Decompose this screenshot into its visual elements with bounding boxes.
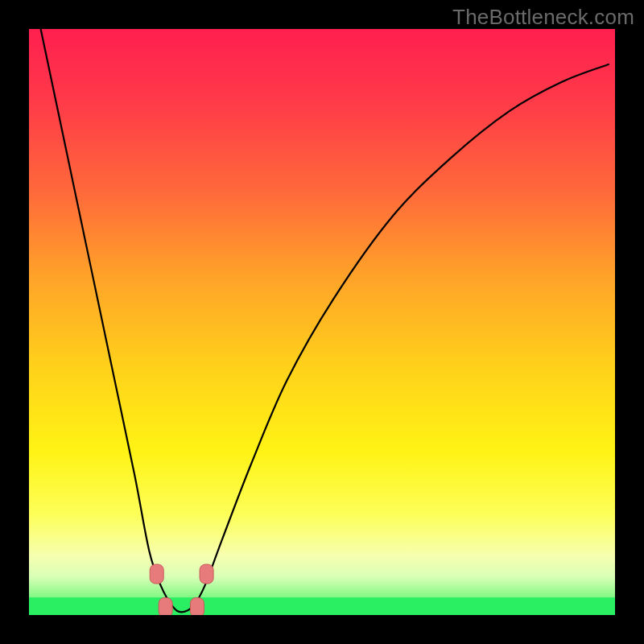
gradient-background xyxy=(29,29,615,615)
marker xyxy=(150,564,163,584)
watermark-text: TheBottleneck.com xyxy=(452,5,634,30)
marker xyxy=(159,598,172,615)
marker xyxy=(190,598,204,615)
green-band xyxy=(29,597,615,615)
chart-frame: TheBottleneck.com xyxy=(0,0,644,644)
marker xyxy=(200,564,213,584)
chart-svg xyxy=(29,29,615,615)
plot-area xyxy=(29,29,615,615)
